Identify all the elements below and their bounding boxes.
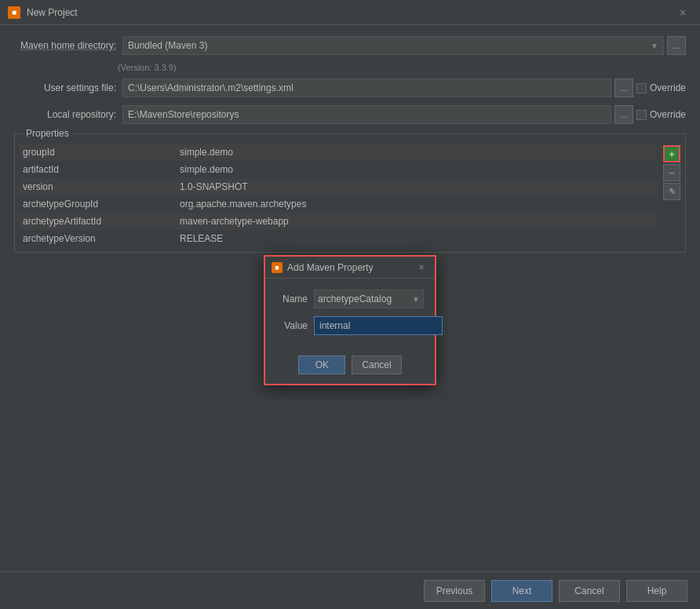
prop-value: simple.demo <box>180 147 654 158</box>
bottom-bar: Previous Next Cancel Help <box>0 571 700 609</box>
dialog-name-combo[interactable]: archetypeCatalog ▼ <box>314 290 424 308</box>
properties-buttons: + − ✎ <box>663 145 680 200</box>
remove-property-button[interactable]: − <box>663 164 680 181</box>
dialog-title: Add Maven Property <box>287 262 410 273</box>
dialog-value-label: Value <box>276 320 308 331</box>
maven-home-browse-button[interactable]: ... <box>667 36 686 55</box>
prop-value: simple.demo <box>180 164 654 175</box>
table-row: archetypeGroupId org.apache.maven.archet… <box>20 195 657 213</box>
dialog-close-button[interactable]: × <box>414 261 428 275</box>
dialog-name-label: Name <box>276 294 308 304</box>
local-repo-input-wrap: ... Override <box>122 105 686 124</box>
user-settings-input-wrap: ... Override <box>122 78 686 97</box>
dialog-value-row: Value <box>276 316 424 335</box>
dialog-footer: OK Cancel <box>265 351 435 384</box>
prop-value: maven-archetype-webapp <box>180 216 654 227</box>
local-repo-browse-button[interactable]: ... <box>614 105 633 124</box>
properties-section: Properties groupId simple.demo artifactI… <box>14 133 686 253</box>
user-settings-override-label: Override <box>650 82 686 93</box>
dialog-title-bar: ■ Add Maven Property × <box>265 257 435 279</box>
user-settings-browse-button[interactable]: ... <box>614 78 633 97</box>
maven-version-text: (Version: 3.3.9) <box>118 63 686 72</box>
prop-value: org.apache.maven.archetypes <box>180 199 654 210</box>
dialog-value-input[interactable] <box>314 316 443 335</box>
user-settings-label: User settings file: <box>14 82 116 93</box>
local-repo-label: Local repository: <box>14 109 116 120</box>
user-settings-override-checkbox[interactable] <box>636 83 647 93</box>
prop-value: RELEASE <box>180 233 654 244</box>
prop-key: archetypeGroupId <box>23 199 180 210</box>
window-title: New Project <box>27 7 667 18</box>
help-button[interactable]: Help <box>626 580 687 602</box>
dialog-cancel-button[interactable]: Cancel <box>352 356 401 374</box>
maven-home-row: Maven home directory: Bundled (Maven 3) … <box>14 36 686 55</box>
local-repo-override-checkbox[interactable] <box>636 110 647 120</box>
add-property-button[interactable]: + <box>663 145 680 162</box>
prop-key: archetypeVersion <box>23 233 180 244</box>
main-content: Maven home directory: Bundled (Maven 3) … <box>0 25 700 270</box>
title-bar: ■ New Project × <box>0 0 700 25</box>
maven-home-input-wrap: Bundled (Maven 3) ▼ ... <box>122 36 686 55</box>
local-repo-input[interactable] <box>122 105 611 124</box>
add-maven-property-dialog: ■ Add Maven Property × Name archetypeCat… <box>264 255 436 385</box>
dialog-app-icon: ■ <box>272 262 283 273</box>
prop-key: artifactId <box>23 164 180 175</box>
table-row: archetypeArtifactId maven-archetype-weba… <box>20 213 657 230</box>
prop-value: 1.0-SNAPSHOT <box>180 181 654 192</box>
prop-key: archetypeArtifactId <box>23 216 180 227</box>
edit-property-button[interactable]: ✎ <box>663 183 680 200</box>
dialog-ok-button[interactable]: OK <box>298 356 345 374</box>
previous-button[interactable]: Previous <box>424 580 485 602</box>
maven-home-label: Maven home directory: <box>14 40 116 51</box>
table-row: groupId simple.demo <box>20 144 657 161</box>
local-repo-override-label: Override <box>650 109 686 120</box>
local-repo-override-wrap: Override <box>636 109 686 120</box>
properties-table: groupId simple.demo artifactId simple.de… <box>20 144 657 247</box>
user-settings-input[interactable] <box>122 78 611 97</box>
prop-key: version <box>23 181 180 192</box>
maven-home-combo-arrow: ▼ <box>651 42 658 50</box>
user-settings-override-wrap: Override <box>636 82 686 93</box>
dialog-name-combo-arrow: ▼ <box>412 295 420 304</box>
dialog-name-row: Name archetypeCatalog ▼ <box>276 290 424 308</box>
user-settings-row: User settings file: ... Override <box>14 78 686 97</box>
window-close-button[interactable]: × <box>673 3 692 22</box>
local-repo-row: Local repository: ... Override <box>14 105 686 124</box>
table-row: artifactId simple.demo <box>20 161 657 178</box>
cancel-button[interactable]: Cancel <box>559 580 620 602</box>
maven-home-combo[interactable]: Bundled (Maven 3) ▼ <box>122 36 664 55</box>
dialog-body: Name archetypeCatalog ▼ Value <box>265 279 435 351</box>
table-row: version 1.0-SNAPSHOT <box>20 178 657 195</box>
table-row: archetypeVersion RELEASE <box>20 230 657 247</box>
properties-legend: Properties <box>23 128 72 139</box>
app-icon: ■ <box>8 6 20 19</box>
next-button[interactable]: Next <box>491 580 552 602</box>
prop-key: groupId <box>23 147 180 158</box>
